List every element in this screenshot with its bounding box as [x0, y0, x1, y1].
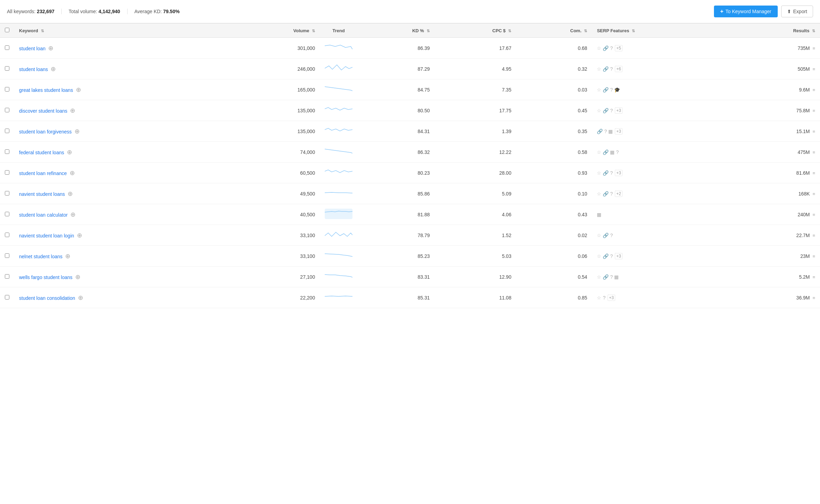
keyword-link[interactable]: federal student loans	[19, 150, 64, 155]
trend-chart	[325, 229, 352, 240]
row-checkbox[interactable]	[5, 45, 9, 50]
volume-cell: 135,000	[231, 100, 320, 121]
row-checkbox[interactable]	[5, 108, 9, 112]
kd-cell: 80.23	[357, 163, 435, 183]
volume-cell: 60,500	[231, 163, 320, 183]
th-com-label: Com.	[570, 28, 582, 33]
volume-cell: 33,100	[231, 225, 320, 246]
th-serp[interactable]: SERP Features ⇅	[592, 24, 730, 38]
th-keyword[interactable]: Keyword ⇅	[14, 24, 231, 38]
select-all-header[interactable]	[0, 24, 14, 38]
add-to-list-button[interactable]: ⊕	[69, 107, 77, 114]
serp-icons-container: ☆🔗?🎓	[597, 87, 725, 93]
avg-kd-label: Average KD:	[134, 9, 162, 14]
volume-cell: 22,200	[231, 287, 320, 308]
th-com[interactable]: Com. ⇅	[516, 24, 592, 38]
table-row: student loan calculator ⊕ 40,50081.884.0…	[0, 204, 820, 225]
row-checkbox[interactable]	[5, 212, 9, 216]
row-checkbox[interactable]	[5, 233, 9, 237]
keyword-link[interactable]: student loan consolidation	[19, 295, 75, 301]
keyword-link[interactable]: student loans	[19, 67, 48, 72]
volume-cell: 165,000	[231, 79, 320, 100]
row-checkbox[interactable]	[5, 253, 9, 258]
add-to-list-button[interactable]: ⊕	[74, 273, 82, 281]
star-icon: ☆	[597, 295, 601, 301]
row-checkbox[interactable]	[5, 191, 9, 195]
serp-plus-badge: +3	[608, 295, 615, 301]
volume-cell: 301,000	[231, 38, 320, 59]
com-cell: 0.85	[516, 287, 592, 308]
add-to-list-button[interactable]: ⊕	[68, 169, 76, 177]
th-serp-label: SERP Features	[597, 28, 629, 33]
serp-icons-container: ☆🔗▦?	[597, 149, 725, 155]
trend-cell	[320, 59, 357, 79]
add-to-list-button[interactable]: ⊕	[47, 44, 55, 52]
add-to-list-button[interactable]: ⊕	[66, 190, 74, 198]
add-to-list-button[interactable]: ⊕	[49, 65, 57, 73]
keyword-link[interactable]: wells fargo student loans	[19, 275, 72, 280]
cpc-cell: 1.52	[435, 225, 516, 246]
export-button[interactable]: ⬆ Export	[781, 6, 813, 17]
results-cell: 23M ≡	[730, 246, 820, 267]
results-icon: ≡	[812, 150, 815, 155]
th-trend-label: Trend	[332, 28, 344, 33]
select-all-checkbox[interactable]	[5, 28, 9, 32]
serp-icons-container: 🔗?▦+3	[597, 128, 725, 134]
add-to-list-button[interactable]: ⊕	[64, 252, 72, 260]
keyword-link[interactable]: student loan	[19, 46, 45, 51]
keyword-link[interactable]: student loan refinance	[19, 171, 67, 176]
serp-cell: ☆🔗?🎓	[592, 79, 730, 100]
add-to-list-button[interactable]: ⊕	[75, 86, 82, 94]
row-checkbox[interactable]	[5, 149, 9, 154]
cpc-cell: 11.08	[435, 287, 516, 308]
th-volume[interactable]: Volume ⇅	[231, 24, 320, 38]
keyword-link[interactable]: nelnet student loans	[19, 254, 62, 259]
row-checkbox[interactable]	[5, 87, 9, 92]
row-checkbox[interactable]	[5, 170, 9, 175]
cpc-cell: 7.35	[435, 79, 516, 100]
volume-cell: 27,100	[231, 267, 320, 287]
serp-icons-container: ☆🔗?+3	[597, 253, 725, 259]
th-trend[interactable]: Trend	[320, 24, 357, 38]
trend-chart	[325, 84, 352, 94]
results-cell: 15.1M ≡	[730, 121, 820, 142]
row-checkbox[interactable]	[5, 66, 9, 71]
question-icon: ?	[610, 87, 613, 93]
table-row: student loan refinance ⊕ 60,50080.2328.0…	[0, 163, 820, 183]
keyword-link[interactable]: great lakes student loans	[19, 87, 73, 93]
row-checkbox[interactable]	[5, 295, 9, 299]
cpc-cell: 5.09	[435, 183, 516, 204]
results-icon: ≡	[812, 46, 815, 51]
com-cell: 0.03	[516, 79, 592, 100]
all-keywords-stat: All keywords: 232,697	[7, 9, 62, 14]
add-to-list-button[interactable]: ⊕	[77, 294, 85, 302]
serp-cell: ☆🔗?+3	[592, 163, 730, 183]
trend-cell	[320, 225, 357, 246]
keyword-link[interactable]: student loan forgiveness	[19, 129, 72, 134]
keyword-manager-button[interactable]: + To Keyword Manager	[714, 6, 778, 17]
row-checkbox[interactable]	[5, 129, 9, 133]
keyword-link[interactable]: navient student loan login	[19, 233, 74, 238]
keyword-link[interactable]: student loan calculator	[19, 212, 68, 218]
link-icon: 🔗	[603, 149, 609, 155]
th-results[interactable]: Results ⇅	[730, 24, 820, 38]
row-checkbox[interactable]	[5, 274, 9, 279]
cpc-cell: 4.06	[435, 204, 516, 225]
link-icon: 🔗	[603, 66, 609, 72]
table-row: student loan ⊕ 301,00086.3917.670.68☆🔗?+…	[0, 38, 820, 59]
th-kd[interactable]: KD % ⇅	[357, 24, 435, 38]
add-to-list-button[interactable]: ⊕	[76, 232, 84, 239]
com-cell: 0.54	[516, 267, 592, 287]
keyword-link[interactable]: discover student loans	[19, 108, 67, 114]
cpc-cell: 1.39	[435, 121, 516, 142]
th-cpc[interactable]: CPC $ ⇅	[435, 24, 516, 38]
keyword-cell: wells fargo student loans ⊕	[14, 267, 231, 287]
results-cell: 81.6M ≡	[730, 163, 820, 183]
keyword-link[interactable]: navient student loans	[19, 191, 65, 197]
add-to-list-button[interactable]: ⊕	[73, 128, 81, 135]
add-to-list-button[interactable]: ⊕	[66, 148, 73, 156]
results-icon: ≡	[812, 67, 815, 72]
star-icon: ☆	[597, 149, 601, 155]
star-icon: ☆	[597, 233, 601, 238]
add-to-list-button[interactable]: ⊕	[69, 211, 77, 218]
